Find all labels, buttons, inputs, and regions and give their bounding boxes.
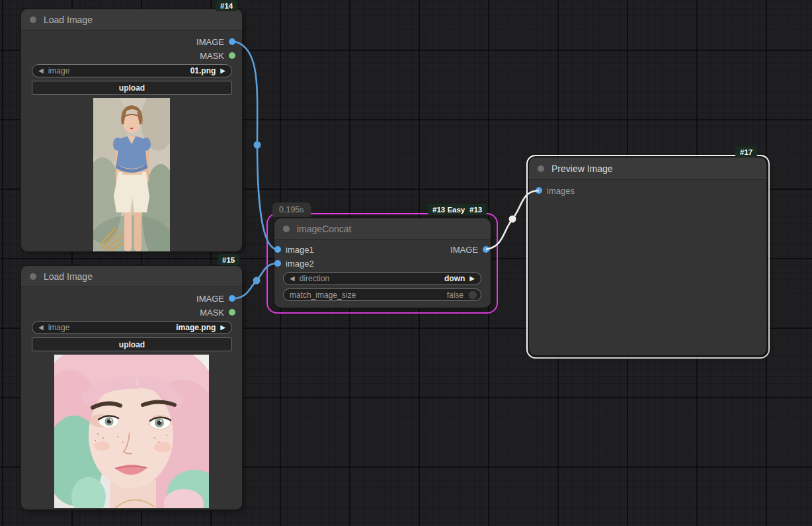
photo-woman-blue-top [93, 98, 170, 251]
image-combo-widget[interactable]: ◀ image image.png ▶ [32, 321, 232, 334]
node-title-label: Preview Image [551, 163, 613, 174]
direction-combo-widget[interactable]: ◀ direction down ▶ [283, 272, 481, 285]
node-title-bar[interactable]: imageConcat [274, 218, 491, 240]
node-image-concat[interactable]: imageConcat image1 image2 IMAGE ◀ direct… [274, 218, 491, 308]
image-output-dot[interactable] [229, 295, 235, 302]
node-preview-image[interactable]: Preview Image images [529, 157, 766, 355]
node-title-bar[interactable]: Load Image [21, 9, 242, 30]
loaded-image-preview-photo [93, 98, 170, 251]
input-slot-label: images [547, 186, 575, 196]
image-output-dot[interactable] [229, 38, 235, 45]
link-midpoint-dot[interactable] [253, 277, 261, 285]
node-id-badge-15: #15 [218, 254, 239, 265]
combo-prev-icon[interactable]: ◀ [38, 67, 44, 74]
loaded-image-preview-portrait [54, 355, 209, 508]
combo-label: image [48, 66, 70, 75]
upload-button-label: upload [119, 83, 145, 93]
output-slot-label: IMAGE [196, 294, 224, 304]
input-slot-image2: image2 [274, 257, 314, 269]
node-title-bar[interactable]: Preview Image [529, 157, 766, 180]
output-slot-label: IMAGE [196, 37, 224, 47]
collapse-dot-icon[interactable] [30, 273, 36, 280]
toggle-knob-icon[interactable] [468, 290, 477, 300]
combo-next-icon[interactable]: ▶ [220, 324, 225, 331]
collapse-dot-icon[interactable] [30, 17, 36, 23]
match-image-size-toggle-widget[interactable]: match_image_size false [283, 288, 481, 301]
node-title-label: Load Image [44, 271, 93, 282]
node-title-bar[interactable]: Load Image [21, 266, 242, 287]
output-slot-mask: MASK [200, 50, 235, 62]
output-slot-image: IMAGE [196, 36, 235, 48]
output-slot-image: IMAGE [196, 292, 235, 304]
output-slot-label: IMAGE [450, 245, 478, 255]
node-id-badge-13: #13 [465, 204, 487, 215]
combo-value: image.png [176, 323, 216, 332]
upload-button-label: upload [119, 340, 145, 349]
combo-label: image [48, 323, 70, 332]
output-slot-image: IMAGE [450, 243, 489, 255]
node-id-badge-17: #17 [735, 146, 757, 157]
input-slot-label: image2 [286, 259, 314, 269]
node-load-image-14[interactable]: Load Image IMAGE MASK ◀ image 01.png ▶ u… [21, 9, 242, 251]
output-slot-mask: MASK [200, 306, 235, 318]
combo-next-icon[interactable]: ▶ [220, 67, 225, 74]
input-slot-images: images [536, 185, 575, 197]
node-graph-canvas[interactable]: Load Image IMAGE MASK ◀ image 01.png ▶ u… [0, 0, 812, 526]
combo-prev-icon[interactable]: ◀ [38, 324, 44, 331]
node-load-image-15[interactable]: Load Image IMAGE MASK ◀ image image.png … [21, 266, 242, 509]
input-slot-image1: image1 [274, 243, 314, 255]
output-slot-label: MASK [200, 51, 224, 61]
image-combo-widget[interactable]: ◀ image 01.png ▶ [32, 64, 232, 77]
combo-prev-icon[interactable]: ◀ [290, 275, 295, 282]
combo-label: direction [300, 274, 329, 283]
toggle-label: match_image_size [290, 290, 356, 300]
mask-output-dot[interactable] [229, 309, 235, 316]
portrait-pink-hair-girl [54, 355, 209, 508]
toggle-value: false [447, 290, 464, 300]
combo-value: down [444, 274, 465, 283]
combo-value: 01.png [190, 66, 216, 75]
collapse-dot-icon[interactable] [538, 165, 544, 172]
node-id-badge-14: #14 [216, 0, 237, 11]
node-group-badge-13-easy: #13 Easy [428, 204, 469, 215]
collapse-dot-icon[interactable] [283, 226, 290, 232]
combo-next-icon[interactable]: ▶ [469, 275, 475, 282]
mask-output-dot[interactable] [229, 52, 235, 59]
output-slot-label: MASK [200, 308, 224, 318]
node-title-label: Load Image [44, 15, 93, 25]
execution-time-badge: 0.195s [272, 202, 311, 217]
upload-button[interactable]: upload [32, 81, 232, 95]
link-midpoint-dot[interactable] [254, 142, 261, 149]
link-midpoint-dot[interactable] [509, 216, 516, 223]
node-title-label: imageConcat [297, 224, 352, 234]
upload-button[interactable]: upload [32, 337, 232, 351]
input-slot-label: image1 [286, 245, 314, 255]
